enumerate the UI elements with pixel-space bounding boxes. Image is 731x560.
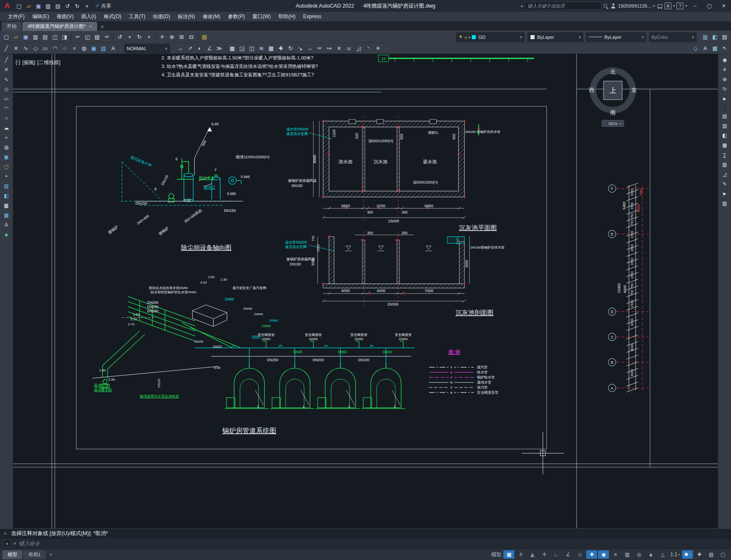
draw-spline-icon[interactable]: ≈ [70, 44, 79, 53]
object-snap-tracking-icon[interactable]: ✚ [586, 550, 597, 559]
hatch-tool-icon[interactable]: ▨ [1, 181, 12, 190]
autodesk-badge-icon[interactable]: A [665, 3, 671, 9]
point-tool-icon[interactable]: • [1, 172, 12, 181]
properties-palette-icon[interactable]: ◧ [719, 131, 730, 140]
view-cube-top[interactable]: 上 [609, 87, 617, 95]
offset-icon[interactable]: ≋ [257, 44, 266, 53]
draw-hatch-icon[interactable]: ▨ [99, 44, 108, 53]
menu-格式O[interactable]: 格式(O) [100, 12, 125, 21]
search-input[interactable]: 键入关键字或短语 [524, 2, 601, 10]
rotate-icon[interactable]: ↻ [286, 44, 295, 53]
menu-窗口W[interactable]: 窗口(W) [249, 12, 274, 21]
tool-palettes-icon[interactable]: ▥ [719, 121, 730, 130]
plot-icon[interactable]: ▤ [53, 2, 63, 10]
markup-tool-icon[interactable]: ✎ [719, 179, 730, 188]
orbit-tool-icon[interactable]: ↻ [719, 84, 730, 93]
menu-标注N[interactable]: 标注(N) [174, 12, 199, 21]
model-paper-toggle[interactable]: 模型 [490, 550, 503, 559]
trim-icon[interactable]: ✂ [315, 44, 324, 53]
pan-tool-icon[interactable]: ✛ [719, 65, 730, 74]
zoom-tool-icon[interactable]: ⊕ [719, 75, 730, 84]
model-tab[interactable]: 模型 [3, 550, 22, 559]
circle-tool-icon[interactable]: ○ [1, 114, 12, 122]
insert-block-tool-icon[interactable]: ▣ [1, 152, 12, 161]
blocks-palette-icon[interactable]: ▦ [719, 141, 730, 149]
mirror-icon[interactable]: ◫ [247, 44, 256, 53]
menu-工具T[interactable]: 工具(T) [125, 12, 149, 21]
autodesk-caret-icon[interactable]: ▾ [673, 4, 675, 8]
zoom-window-icon[interactable]: ⊞ [177, 33, 186, 41]
mtext-tool-icon[interactable]: A [1, 220, 12, 229]
search-icon[interactable] [603, 3, 609, 9]
cut-clip-icon[interactable]: ✂ [73, 33, 82, 41]
ortho-mode-icon[interactable]: ∟ [551, 550, 562, 559]
redo-icon[interactable]: ↻ [73, 2, 82, 10]
lineweight-display-icon[interactable]: ≡ [610, 550, 621, 559]
qnew-icon[interactable]: ▢ [2, 33, 11, 41]
revision-cloud-tool-icon[interactable]: ☁ [1, 123, 12, 132]
workspace-switching-icon[interactable]: ✱▾ [682, 550, 693, 559]
count-palette-icon[interactable]: ∑ [719, 150, 730, 159]
undo-icon[interactable]: ↺ [115, 33, 125, 41]
draw-xline-icon[interactable]: ✕ [11, 44, 21, 53]
open-icon[interactable]: ▱ [11, 33, 21, 41]
layer-color-icon[interactable] [471, 35, 476, 40]
draw-arc-icon[interactable]: ◠ [50, 44, 60, 53]
object-snap-icon[interactable]: ◉ [598, 550, 609, 559]
join-icon[interactable]: ∪ [344, 44, 353, 53]
command-close-icon[interactable]: ✕ [3, 531, 7, 536]
explode-icon[interactable]: ✳ [373, 44, 383, 53]
make-object-layer-current-icon[interactable]: ▥ [701, 33, 710, 41]
menu-插入I[interactable]: 插入(I) [77, 12, 100, 21]
account-icon[interactable] [610, 3, 616, 9]
help-caret-icon[interactable]: ▾ [685, 4, 687, 8]
polar-tracking-icon[interactable]: ∠ [563, 550, 573, 559]
insert-block-icon[interactable]: ▣ [89, 44, 98, 53]
drawing-canvas[interactable]: [-][俯视][二维线框] [13, 54, 718, 528]
model-space[interactable]: 北 南 西 东 上 WCS ▾ [13, 54, 718, 528]
menu-文件F[interactable]: 文件(F) [4, 12, 28, 21]
arc-tool-icon[interactable]: ◠ [1, 104, 12, 113]
object-color-dropdown[interactable]: ByLayer ▾ [527, 32, 583, 42]
undo-icon[interactable]: ↺ [63, 2, 72, 10]
polygon-tool-icon[interactable]: ◇ [1, 84, 12, 93]
performance-tool-icon[interactable]: ▨ [719, 199, 730, 208]
save-as-icon[interactable]: ▥ [43, 2, 53, 10]
draw-line-icon[interactable]: ╱ [2, 44, 11, 53]
plot-icon[interactable]: ▤ [41, 33, 50, 41]
dim-aligned-icon[interactable]: ↗ [185, 44, 195, 53]
redo-options-icon[interactable]: ▾ [144, 33, 154, 41]
pan-realtime-icon[interactable]: ✛ [158, 33, 167, 41]
search-collapse-icon[interactable]: ▸ [521, 4, 523, 8]
tab-start[interactable]: 开始 [2, 22, 22, 31]
layer-walk-icon[interactable]: ▧ [719, 160, 730, 169]
command-customize-icon[interactable]: ≡ [3, 540, 11, 547]
clean-screen-icon[interactable]: ▢ [717, 550, 728, 559]
save-as-icon[interactable]: ▥ [31, 33, 40, 41]
dim-angular-icon[interactable]: ∠ [205, 44, 214, 53]
view-cube-compass[interactable]: 北 南 西 东 上 WCS ▾ [589, 68, 637, 127]
graphics-performance-icon[interactable]: ▧ [706, 550, 717, 559]
share-button[interactable]: ↗ 共享 [92, 3, 114, 10]
undo-options-icon[interactable]: ▾ [125, 33, 134, 41]
compass-west[interactable]: 西 [589, 87, 595, 93]
annotation-tools-icon[interactable]: ▤ [720, 33, 729, 41]
stretch-icon[interactable]: ↔ [305, 44, 315, 53]
break-icon[interactable]: ✕ [334, 44, 344, 53]
compass-north[interactable]: 北 [610, 69, 616, 75]
table-tool-icon[interactable]: ▦ [1, 211, 12, 219]
new-tab-button[interactable]: + [98, 22, 106, 31]
layer-on-icon[interactable]: ☀ [459, 34, 463, 40]
annotation-scale[interactable]: 1:1▾ [669, 550, 681, 559]
show-motion-icon[interactable]: ► [719, 94, 730, 103]
dim-radius-icon[interactable]: ◐ [195, 44, 204, 53]
publish-icon[interactable]: ◨ [60, 33, 69, 41]
draw-rectangle-icon[interactable]: ▭ [41, 44, 50, 53]
recent-commands-icon[interactable]: ▾ [14, 541, 16, 546]
annotation-autoscale-icon[interactable]: △ [657, 550, 668, 559]
save-icon[interactable]: ▣ [21, 33, 30, 41]
annotation-monitor-icon[interactable]: ✚ [694, 550, 705, 559]
fillet-icon[interactable]: ◝ [364, 44, 373, 53]
plot-style-dropdown[interactable]: ByColor ▾ [649, 32, 696, 42]
selection-cycling-icon[interactable]: ◎ [633, 550, 644, 559]
